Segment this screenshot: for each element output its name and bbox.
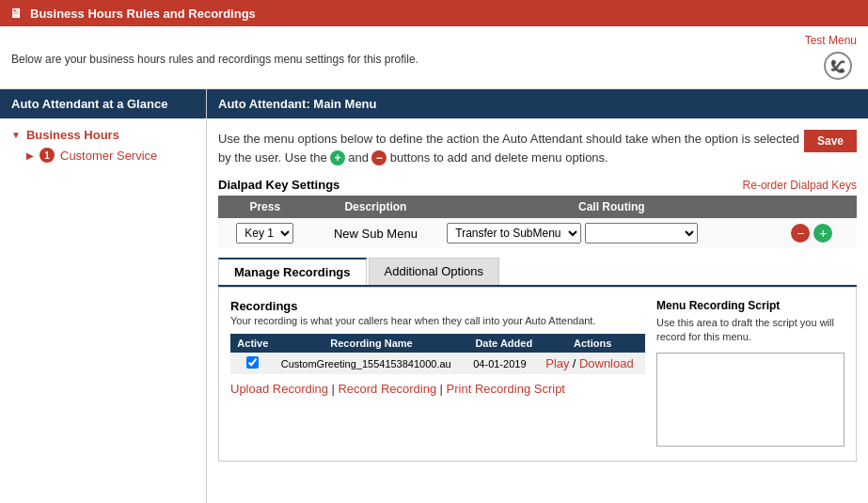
col-date-added: Date Added [467, 334, 540, 353]
date-added-cell: 04-01-2019 [467, 353, 540, 374]
content-area: Auto Attendant: Main Menu Use the menu o… [207, 89, 868, 503]
reorder-link[interactable]: Re-order Dialpad Keys [743, 179, 857, 192]
script-description: Use this area to draft the script you wi… [656, 316, 844, 345]
instruction-part2: buttons to add and delete menu options. [390, 150, 608, 165]
phone-icon: 📞 [819, 47, 857, 85]
tabs-row: Manage Recordings Additional Options [218, 258, 857, 287]
recording-row: CustomGreeting_1554153841000.au 04-01-20… [230, 353, 645, 374]
recording-actions-cell: Play / Download [540, 353, 645, 374]
save-button[interactable]: Save [804, 130, 857, 152]
upload-recording-link[interactable]: Upload Recording [230, 382, 328, 396]
recordings-left: Recordings Your recording is what your c… [230, 299, 645, 449]
recording-name-cell: CustomGreeting_1554153841000.au [276, 353, 468, 374]
table-row: Key 1 New Sub Menu Transfer to SubMenu [218, 218, 857, 248]
tab-additional-options[interactable]: Additional Options [369, 258, 500, 285]
remove-add-cell: − + [783, 218, 857, 248]
instruction-row: Use the menu options below to define the… [218, 130, 857, 166]
sidebar-item-business-hours[interactable]: ▼ Business Hours [11, 128, 195, 142]
key-select-cell[interactable]: Key 1 [218, 218, 312, 248]
tab-manage-recordings[interactable]: Manage Recordings [218, 258, 367, 285]
customer-badge: 1 [39, 148, 55, 163]
main-layout: Auto Attendant at a Glance ▼ Business Ho… [0, 89, 868, 503]
download-link[interactable]: Download [579, 356, 634, 370]
routing-select[interactable]: Transfer to SubMenu [447, 223, 581, 244]
col-press: Press [218, 196, 312, 218]
sep2: | [440, 382, 447, 396]
recordings-panel: Recordings Your recording is what your c… [218, 287, 857, 462]
description-text: New Sub Menu [334, 227, 418, 241]
routing-extra-select[interactable] [585, 223, 698, 244]
description-cell: New Sub Menu [312, 218, 440, 248]
action-separator: / [573, 356, 579, 370]
dialpad-title: Dialpad Key Settings [218, 178, 339, 192]
recordings-table: Active Recording Name Date Added Actions [230, 334, 645, 374]
script-textarea[interactable] [656, 353, 844, 447]
recordings-subtitle: Your recording is what your callers hear… [230, 315, 645, 326]
content-header: Auto Attendant: Main Menu [207, 89, 868, 118]
key-select[interactable]: Key 1 [236, 223, 293, 244]
script-panel: Menu Recording Script Use this area to d… [656, 299, 844, 449]
record-recording-link[interactable]: Record Recording [338, 382, 436, 396]
sidebar-business-hours-label: Business Hours [26, 128, 119, 142]
top-bar-right: Test Menu 📞 [805, 34, 857, 85]
script-title: Menu Recording Script [656, 299, 844, 312]
instruction-and: and [348, 150, 369, 165]
col-recording-name: Recording Name [276, 334, 468, 353]
active-cell[interactable] [230, 353, 276, 374]
svg-text:📞: 📞 [830, 58, 846, 74]
sidebar-content: ▼ Business Hours ▶ 1 Customer Service [0, 118, 206, 172]
instruction-text: Use the menu options below to define the… [218, 130, 804, 166]
plus-icon: + [330, 150, 345, 165]
col-description: Description [312, 196, 440, 218]
recordings-title: Recordings [230, 299, 645, 313]
dialpad-header: Dialpad Key Settings Re-order Dialpad Ke… [218, 178, 857, 192]
sidebar-arrow-icon: ▼ [11, 130, 21, 140]
col-routing: Call Routing [439, 196, 783, 218]
sidebar-customer-service-label: Customer Service [60, 149, 157, 163]
top-bar: Below are your business hours rules and … [0, 26, 868, 89]
title-bar: 🖥 Business Hours Rules and Recordings [0, 0, 868, 26]
title-bar-text: Business Hours Rules and Recordings [30, 7, 256, 21]
top-bar-description: Below are your business hours rules and … [11, 53, 418, 66]
col-actions [783, 196, 857, 218]
action-links: Upload Recording | Record Recording | Pr… [230, 382, 645, 396]
col-active: Active [230, 334, 276, 353]
sidebar: Auto Attendant at a Glance ▼ Business Ho… [0, 89, 207, 503]
col-actions2: Actions [540, 334, 645, 353]
play-link[interactable]: Play [545, 356, 569, 370]
row-actions: − + [791, 224, 849, 243]
routing-cell[interactable]: Transfer to SubMenu [439, 218, 783, 248]
print-script-link[interactable]: Print Recording Script [447, 382, 565, 396]
sidebar-item-customer-service[interactable]: ▶ 1 Customer Service [26, 148, 195, 163]
dialpad-table: Press Description Call Routing Key 1 [218, 196, 857, 248]
content-body: Use the menu options below to define the… [207, 118, 868, 473]
title-bar-icon: 🖥 [9, 6, 23, 21]
active-checkbox[interactable] [246, 356, 259, 369]
minus-icon: − [371, 150, 387, 165]
remove-row-button[interactable]: − [791, 224, 810, 243]
add-row-button[interactable]: + [813, 224, 832, 243]
sidebar-header: Auto Attendant at a Glance [0, 89, 206, 118]
sidebar-customer-arrow-icon: ▶ [26, 150, 34, 161]
test-menu-link[interactable]: Test Menu [805, 34, 857, 47]
